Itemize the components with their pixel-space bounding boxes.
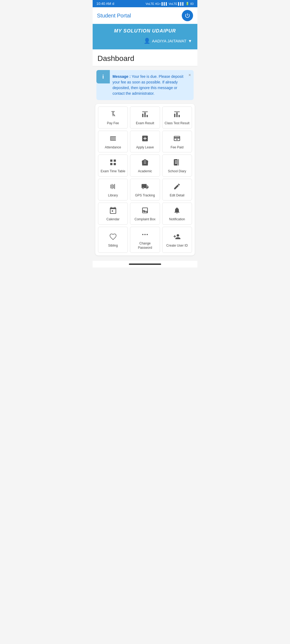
change-password-icon: [141, 231, 149, 239]
pay-fee-label: Pay Fee: [107, 121, 119, 126]
edit-detail-icon: [173, 183, 181, 191]
svg-rect-1: [144, 112, 146, 117]
calendar-icon: [109, 207, 117, 215]
app-bar: Student Portal: [93, 7, 197, 24]
app-bar-title: Student Portal: [97, 13, 131, 19]
exam-result-label: Exam Result: [136, 121, 154, 126]
power-icon: [184, 13, 190, 19]
create-user-id-icon: [173, 233, 181, 241]
svg-rect-0: [142, 114, 143, 117]
dashboard-grid-container: Pay FeeExam ResultClass Test ResultAtten…: [95, 104, 195, 255]
grid-item-gps-tracking[interactable]: GPS Tracking: [130, 179, 160, 201]
user-avatar-icon: 👤: [144, 38, 150, 44]
dashboard-header: Dashboard: [93, 49, 197, 66]
svg-rect-3: [142, 112, 148, 112]
complaint-box-label: Complaint Box: [135, 217, 155, 222]
header-banner: MY SOLUTION UDAIPUR 👤 AADIYA JAITAWAT ▼: [93, 24, 197, 49]
svg-rect-7: [174, 112, 180, 112]
svg-rect-2: [147, 115, 148, 117]
attendance-label: Attendance: [105, 145, 121, 150]
fee-paid-label: Fee Paid: [171, 145, 183, 150]
class-test-result-icon: [173, 111, 181, 119]
notification-icon: [173, 207, 181, 215]
exam-result-icon: [141, 111, 149, 119]
status-battery: 🔋: [186, 2, 189, 5]
page-title: Dashboard: [97, 54, 193, 63]
school-diary-label: School Diary: [168, 169, 186, 174]
sibling-label: Sibling: [108, 244, 118, 248]
grid-item-create-user-id[interactable]: Create User ID: [162, 227, 192, 253]
grid-item-pay-fee[interactable]: Pay Fee: [98, 107, 128, 129]
grid-item-complaint-box[interactable]: Complaint Box: [130, 203, 160, 225]
notification-label: Notification: [169, 217, 185, 222]
calendar-label: Calendar: [106, 217, 119, 222]
grid-item-class-test-result[interactable]: Class Test Result: [162, 107, 192, 129]
gps-tracking-label: GPS Tracking: [135, 193, 155, 198]
create-user-id-label: Create User ID: [166, 244, 188, 248]
academic-label: Academic: [138, 169, 152, 174]
sibling-icon: [109, 233, 117, 241]
grid-item-edit-detail[interactable]: Edit Detail: [162, 179, 192, 201]
svg-point-16: [147, 234, 148, 235]
alert-box: i × Message : Your fee is due. Please de…: [96, 70, 194, 100]
svg-rect-12: [110, 136, 111, 140]
grid-item-sibling[interactable]: Sibling: [98, 227, 128, 253]
pay-fee-icon: [109, 111, 117, 119]
status-battery-percent: 83: [190, 2, 194, 5]
attendance-icon: [109, 135, 117, 143]
status-carrier: d: [112, 2, 114, 6]
svg-rect-6: [179, 115, 180, 117]
alert-message-label: Message :: [113, 74, 131, 79]
power-button[interactable]: [182, 10, 193, 21]
library-label: Library: [108, 193, 118, 198]
library-icon: [109, 183, 117, 191]
bottom-bar: [93, 261, 197, 268]
exam-time-table-icon: [109, 159, 117, 167]
dashboard-grid: Pay FeeExam ResultClass Test ResultAtten…: [98, 107, 192, 253]
change-password-label: Change Password: [132, 241, 157, 250]
complaint-box-icon: [141, 207, 149, 215]
grid-item-apply-leave[interactable]: Apply Leave: [130, 131, 160, 153]
grid-item-exam-time-table[interactable]: Exam Time Table: [98, 155, 128, 177]
exam-time-table-label: Exam Time Table: [101, 169, 125, 174]
class-test-result-label: Class Test Result: [165, 121, 189, 126]
svg-rect-9: [110, 137, 116, 138]
home-indicator: [129, 264, 161, 265]
apply-leave-label: Apply Leave: [136, 145, 154, 150]
svg-rect-10: [110, 139, 116, 139]
grid-item-school-diary[interactable]: School Diary: [162, 155, 192, 177]
user-name: AADIYA JAITAWAT: [152, 39, 186, 43]
svg-rect-8: [110, 136, 116, 137]
academic-icon: [141, 159, 149, 167]
grid-item-notification[interactable]: Notification: [162, 203, 192, 225]
status-bar: 10:40 AM d VoLTE 4G+ ▌▌▌ VoLTE ▌▌▌ 🔋 83: [93, 0, 197, 7]
user-info[interactable]: 👤 AADIYA JAITAWAT ▼: [98, 38, 192, 44]
grid-item-fee-paid[interactable]: Fee Paid: [162, 131, 192, 153]
edit-detail-label: Edit Detail: [170, 193, 184, 198]
alert-info-icon: i: [96, 70, 110, 83]
apply-leave-icon: [141, 135, 149, 143]
alert-message: Message : Your fee is due. Please deposi…: [113, 74, 184, 96]
gps-tracking-icon: [141, 183, 149, 191]
status-signal-icons: VoLTE 4G+ ▌▌▌ VoLTE ▌▌▌: [146, 2, 184, 5]
svg-point-15: [144, 234, 146, 235]
status-time: 10:40 AM: [96, 2, 111, 6]
svg-rect-5: [176, 112, 178, 117]
fee-paid-icon: [173, 135, 181, 143]
banner-title: MY SOLUTION UDAIPUR: [98, 28, 192, 34]
svg-point-14: [142, 234, 143, 235]
grid-item-exam-result[interactable]: Exam Result: [130, 107, 160, 129]
alert-close-button[interactable]: ×: [189, 73, 191, 78]
school-diary-icon: [173, 159, 181, 167]
dropdown-icon: ▼: [188, 39, 192, 43]
svg-rect-11: [110, 140, 116, 140]
grid-item-library[interactable]: Library: [98, 179, 128, 201]
svg-rect-4: [174, 114, 176, 117]
grid-item-attendance[interactable]: Attendance: [98, 131, 128, 153]
grid-item-calendar[interactable]: Calendar: [98, 203, 128, 225]
grid-item-change-password[interactable]: Change Password: [130, 227, 160, 253]
svg-point-13: [176, 139, 178, 140]
grid-item-academic[interactable]: Academic: [130, 155, 160, 177]
